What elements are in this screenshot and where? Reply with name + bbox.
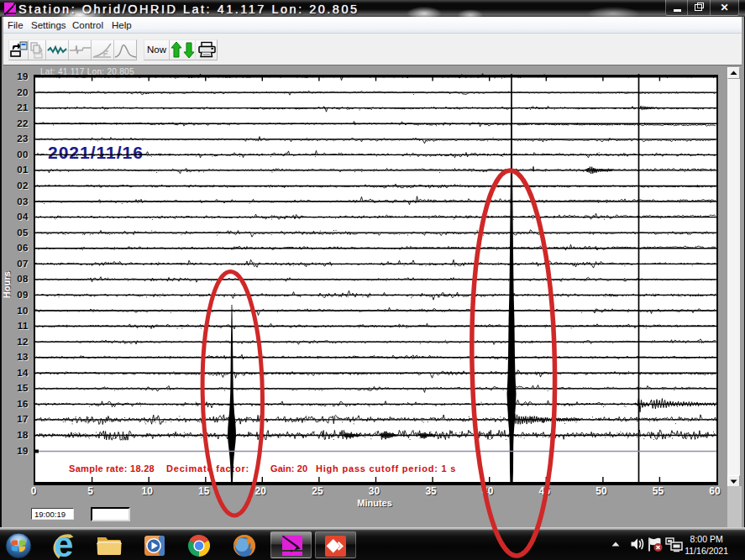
svg-text:e: e	[54, 531, 73, 560]
